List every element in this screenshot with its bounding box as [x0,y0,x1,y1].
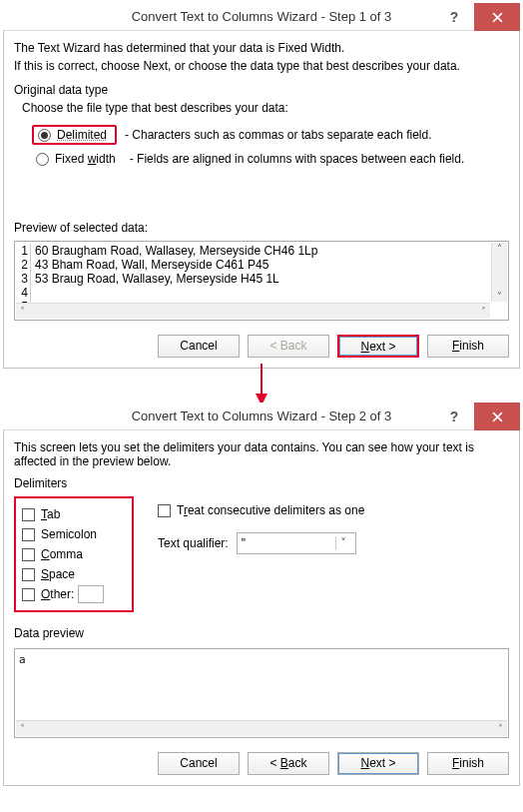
treat-consecutive-label: Treat consecutive delimiters as one [177,503,364,517]
preview-row: 353 Braug Road, Wallasey, Merseyside H45… [17,272,508,286]
other-delimiter-input[interactable] [78,585,104,603]
help-button[interactable]: ? [434,403,474,430]
finish-button[interactable]: Finish [427,752,509,775]
scroll-right-icon: ˃ [477,306,490,317]
titlebar-step2: Convert Text to Columns Wizard - Step 2 … [3,403,520,430]
chk-space-label: Space [41,567,75,581]
cancel-button[interactable]: Cancel [158,335,240,358]
data-preview-box: a ˂˃ [14,648,509,738]
arrow-down-icon [252,364,271,406]
preview-row: 243 Bham Road, Wall, Merseyside C461 P45 [17,258,508,272]
choose-file-type-label: Choose the file type that best describes… [22,101,509,115]
radio-delimited-desc: Characters such as commas or tabs separa… [125,128,431,142]
horizontal-scrollbar[interactable]: ˂˃ [16,303,490,319]
preview-row: 160 Braugham Road, Wallasey, Merseyside … [17,244,508,258]
vertical-scrollbar[interactable]: ˄˅ [491,243,507,302]
text-qualifier-value: " [242,536,246,550]
chk-tab-label: Tab [41,507,60,521]
radio-fixed-label: Fixed width [55,152,116,166]
chk-tab[interactable] [22,508,35,521]
data-preview-text: a [15,649,508,670]
chk-semicolon[interactable] [22,528,35,541]
preview-row: 4 [17,286,508,300]
back-button: < Back [248,335,329,358]
dialog-body-step2: This screen lets you set the delimiters … [3,430,520,786]
titlebar-buttons: ? [434,403,520,430]
titlebar-step1: Convert Text to Columns Wizard - Step 1 … [3,3,520,31]
close-button[interactable] [474,403,520,430]
text-qualifier-label: Text qualifier: [158,536,229,550]
chk-space[interactable] [22,568,35,581]
data-preview-label: Data preview [14,626,509,640]
button-row-step2: Cancel < Back Next > Finish [14,752,509,777]
chk-other[interactable] [22,588,35,601]
scroll-down-icon: ˅ [497,291,502,302]
original-data-type-label: Original data type [14,83,509,97]
radio-fixed-desc: Fields are aligned in columns with space… [130,152,465,166]
button-row-step1: Cancel < Back Next > Finish [14,335,509,360]
radio-delimited-label: Delimited [57,128,107,142]
back-button[interactable]: < Back [248,752,329,775]
radio-row-delimited: Delimited Characters such as commas or t… [14,123,509,147]
chk-treat-consecutive[interactable] [158,504,171,517]
intro-text-1: The Text Wizard has determined that your… [14,41,509,55]
radio-fixed-width[interactable] [36,153,49,166]
finish-button[interactable]: Finish [427,335,509,358]
radio-row-fixed: Fixed width Fields are aligned in column… [14,147,509,171]
close-icon [492,12,503,23]
chk-comma-label: Comma [41,547,83,561]
titlebar-buttons: ? [434,3,520,31]
delimiters-label: Delimiters [14,476,509,490]
delimiter-checkboxes: Tab Semicolon Comma Space Other: [14,496,134,612]
chk-comma[interactable] [22,548,35,561]
preview-label: Preview of selected data: [14,221,509,235]
horizontal-scrollbar[interactable]: ˂˃ [16,720,507,736]
preview-box: 160 Braugham Road, Wallasey, Merseyside … [14,241,509,321]
next-button[interactable]: Next > [337,335,419,358]
step2-intro: This screen lets you set the delimiters … [14,440,509,468]
next-button[interactable]: Next > [337,752,419,775]
help-button[interactable]: ? [434,3,474,31]
close-button[interactable] [474,3,520,31]
scroll-right-icon: ˃ [494,723,507,734]
dialog-body-step1: The Text Wizard has determined that your… [3,31,520,369]
intro-text-2: If this is correct, choose Next, or choo… [14,59,509,73]
close-icon [492,411,503,422]
radio-delimited[interactable] [38,129,51,142]
chk-other-label: Other: [41,587,74,601]
wizard-step2-dialog: Convert Text to Columns Wizard - Step 2 … [3,403,520,786]
chk-semicolon-label: Semicolon [41,527,97,541]
scroll-left-icon: ˂ [16,723,29,734]
scroll-up-icon: ˄ [497,243,502,254]
text-qualifier-combo[interactable]: " ˅ [237,532,356,554]
scroll-left-icon: ˂ [16,306,29,317]
chevron-down-icon: ˅ [335,536,351,550]
cancel-button[interactable]: Cancel [158,752,240,775]
wizard-step1-dialog: Convert Text to Columns Wizard - Step 1 … [3,3,520,369]
delimiter-options: Treat consecutive delimiters as one Text… [158,496,364,554]
arrow-down-indicator [0,372,523,400]
delimiters-section: Tab Semicolon Comma Space Other: Treat c… [14,496,509,612]
